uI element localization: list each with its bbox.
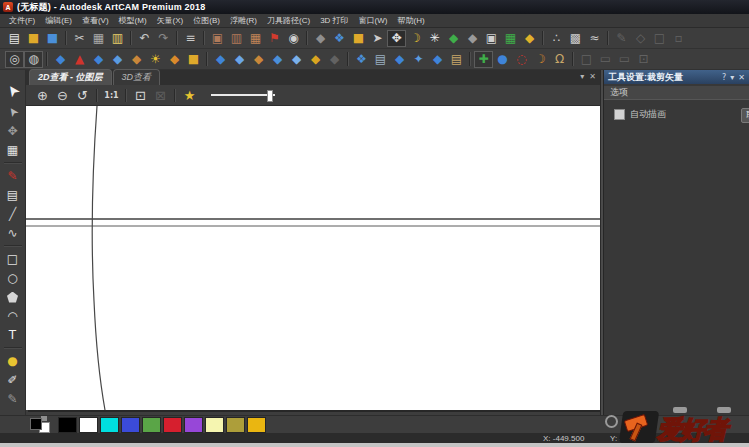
- relief-texture-icon[interactable]: ◆: [165, 51, 184, 68]
- scatter-dots-icon[interactable]: ∴: [547, 30, 566, 47]
- export-vector-icon[interactable]: ➤: [368, 30, 387, 47]
- new-file-icon[interactable]: ▤: [5, 30, 24, 47]
- paste-icon[interactable]: ▥: [108, 30, 127, 47]
- canvas-vector-curve[interactable]: [92, 106, 105, 410]
- spin-profile-icon[interactable]: ◌: [512, 51, 531, 68]
- swatch-cyan[interactable]: [100, 417, 119, 433]
- carve-preview-icon[interactable]: ◆: [463, 30, 482, 47]
- layer-blocks-icon[interactable]: ▥: [227, 30, 246, 47]
- draw-page-icon[interactable]: ▤: [3, 186, 23, 204]
- texture-tool-icon[interactable]: ◍: [24, 51, 43, 68]
- tab-close-icon[interactable]: ✕: [589, 72, 596, 82]
- wrap-arc-icon[interactable]: ☽: [531, 51, 550, 68]
- cut-icon[interactable]: ✂: [70, 30, 89, 47]
- rect-tool-icon[interactable]: □: [650, 30, 669, 47]
- relief-half-icon[interactable]: ◆: [230, 51, 249, 68]
- measure-arc-icon[interactable]: ☽: [406, 30, 425, 47]
- relief-sculpt-icon[interactable]: ◆: [108, 51, 127, 68]
- tab-2d-view[interactable]: 2D查看 - 位图层: [29, 69, 112, 85]
- relief-orange-icon[interactable]: ◆: [249, 51, 268, 68]
- zoom-previous-icon[interactable]: ↺: [74, 87, 91, 103]
- transform-icon[interactable]: ▣: [208, 30, 227, 47]
- copy-icon[interactable]: ▦: [89, 30, 108, 47]
- menu-relief[interactable]: 浮雕(R): [225, 14, 262, 28]
- save-icon[interactable]: ■: [43, 30, 62, 47]
- line-tool-icon[interactable]: ╱: [3, 205, 23, 223]
- relief-weave-icon[interactable]: ◆: [127, 51, 146, 68]
- polyline-tool-icon[interactable]: ∿: [3, 224, 23, 242]
- swatch-blue[interactable]: [121, 417, 140, 433]
- frame-icon[interactable]: ▭: [615, 51, 634, 68]
- zoom-fit-icon[interactable]: ⊡: [132, 87, 149, 103]
- node-editing-icon[interactable]: ✥: [387, 30, 406, 47]
- panel-close-icon[interactable]: ✕: [738, 73, 745, 82]
- more-tools-icon[interactable]: ▫: [669, 30, 688, 47]
- menu-3dprint[interactable]: 3D 打印: [315, 14, 353, 28]
- panel-pin-icon[interactable]: ▾: [730, 73, 734, 82]
- shape-icon[interactable]: ◇: [631, 30, 650, 47]
- text-tool-icon[interactable]: T: [3, 326, 23, 344]
- relief-emboss-icon[interactable]: ◆: [287, 51, 306, 68]
- relief-library-icon[interactable]: ■: [184, 51, 203, 68]
- relief-raise-icon[interactable]: ◆: [89, 51, 108, 68]
- copy-relief-icon[interactable]: ▦: [501, 30, 520, 47]
- measure-flag-icon[interactable]: ⚑: [265, 30, 284, 47]
- dimension-circle-icon[interactable]: ◉: [284, 30, 303, 47]
- menu-toolpath[interactable]: 刀具路径(C): [262, 14, 315, 28]
- ellipse-tool-icon[interactable]: ○: [3, 269, 23, 287]
- feather-brush-icon[interactable]: ✐: [3, 371, 23, 389]
- swatch-white[interactable]: [79, 417, 98, 433]
- weight-icon[interactable]: ●: [493, 51, 512, 68]
- add-relief-icon[interactable]: ✚: [474, 51, 493, 68]
- zoom-slider-handle[interactable]: [267, 90, 273, 102]
- auto-trace-checkbox[interactable]: [614, 109, 625, 120]
- menu-bitmap[interactable]: 位图(B): [188, 14, 225, 28]
- transform-move-icon[interactable]: ✥: [3, 122, 23, 140]
- import-model-icon[interactable]: ■: [349, 30, 368, 47]
- tab-menu-icon[interactable]: ▾: [580, 72, 584, 82]
- menu-window[interactable]: 窗口(W): [354, 14, 393, 28]
- relief-cone-icon[interactable]: ▲: [70, 51, 89, 68]
- relief-star-icon[interactable]: ✦: [409, 51, 428, 68]
- eraser-icon[interactable]: ✎: [3, 390, 23, 408]
- material-icon[interactable]: ▣: [482, 30, 501, 47]
- swatch-purple[interactable]: [184, 417, 203, 433]
- rectangle-tool-icon[interactable]: □: [3, 250, 23, 268]
- relief-tilt-icon[interactable]: ◆: [390, 51, 409, 68]
- menu-vector[interactable]: 矢量(X): [152, 14, 189, 28]
- relief-smooth-icon[interactable]: ◆: [51, 51, 70, 68]
- bitmap-grid-icon[interactable]: ▦: [3, 141, 23, 159]
- green-gem-icon[interactable]: ◆: [444, 30, 463, 47]
- fg-bg-color-chooser[interactable]: [28, 417, 52, 433]
- relief-stack-icon[interactable]: ▤: [371, 51, 390, 68]
- relief-layer-icon[interactable]: ◆: [268, 51, 287, 68]
- redo-icon[interactable]: ↷: [154, 30, 173, 47]
- arc-tool-icon[interactable]: ◠: [3, 307, 23, 325]
- snowflake-icon[interactable]: ✳: [425, 30, 444, 47]
- relief-pair-icon[interactable]: ❖: [352, 51, 371, 68]
- zoom-slider[interactable]: [211, 94, 275, 96]
- menu-help[interactable]: 帮助(H): [392, 14, 429, 28]
- dot-grid-icon[interactable]: ▩: [566, 30, 585, 47]
- stamp-icon[interactable]: ◆: [311, 30, 330, 47]
- swatch-pale-yellow[interactable]: [205, 417, 224, 433]
- relief-gold-icon[interactable]: ◆: [306, 51, 325, 68]
- menu-file[interactable]: 文件(F): [4, 14, 40, 28]
- swatch-black[interactable]: [58, 417, 77, 433]
- relief-blue-icon[interactable]: ◆: [211, 51, 230, 68]
- menu-edit[interactable]: 编辑(E): [40, 14, 77, 28]
- foreground-color-swatch[interactable]: [30, 418, 42, 430]
- zoom-1to1-icon[interactable]: 1:1: [103, 87, 120, 103]
- dot-box-icon[interactable]: ⊡: [634, 51, 653, 68]
- flood-fill-icon[interactable]: ●: [3, 352, 23, 370]
- relief-layers-gold-icon[interactable]: ▤: [447, 51, 466, 68]
- relief-small-icon[interactable]: ◆: [428, 51, 447, 68]
- face-wizard-icon[interactable]: □: [577, 51, 596, 68]
- swatch-green[interactable]: [142, 417, 161, 433]
- pencil-icon[interactable]: ✎: [612, 30, 631, 47]
- swatch-blocks-icon[interactable]: ▦: [246, 30, 265, 47]
- relief-gray-icon[interactable]: ◆: [325, 51, 344, 68]
- zoom-out-icon[interactable]: ⊖: [54, 87, 71, 103]
- menu-model[interactable]: 模型(M): [114, 14, 152, 28]
- cancel-button[interactable]: 取消: [741, 108, 749, 123]
